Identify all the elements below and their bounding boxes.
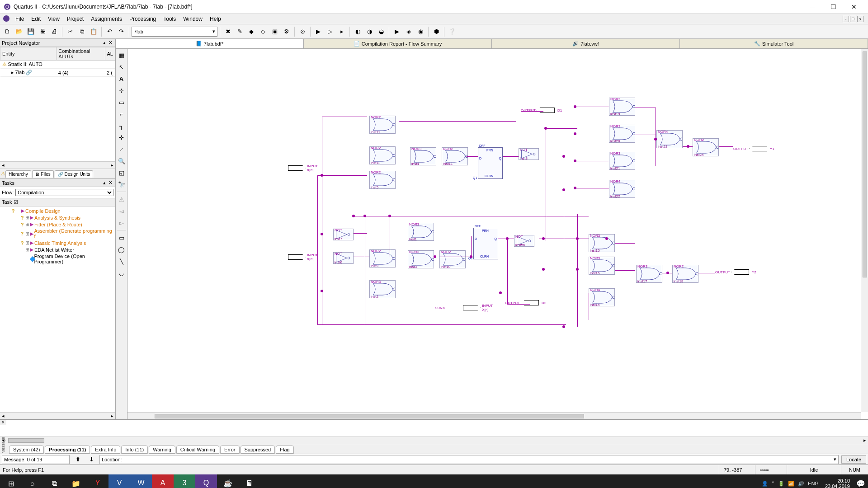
scroll-right-icon[interactable]: ▸ [109,162,115,168]
menu-edit[interactable]: Edit [28,15,44,23]
wire-node[interactable] [654,138,657,141]
lang-indicator[interactable]: ENG [808,481,819,486]
wire[interactable] [507,304,530,305]
tool-select-icon[interactable]: ▦ [117,51,126,60]
tool-binoculars-icon[interactable]: 🔭 [117,180,126,189]
wire-node[interactable] [321,174,323,177]
wire[interactable] [365,291,365,324]
output-pin[interactable]: OUTPUTD1 [521,108,562,113]
tab-hierarchy[interactable]: Hierarchy [5,170,31,178]
wire[interactable] [656,108,656,166]
wire[interactable] [521,111,521,156]
gate-nor4[interactable]: NOR4inst23 [656,130,683,148]
wire[interactable] [365,216,365,293]
menu-window[interactable]: Window [179,15,206,23]
menu-view[interactable]: View [44,15,63,23]
timing3-icon[interactable]: ◒ [376,26,387,37]
wire[interactable] [467,156,478,157]
pane-up-icon[interactable]: ▴ [102,180,107,186]
wire[interactable] [317,175,367,176]
quartus-task-icon[interactable]: Q [195,474,217,488]
wire[interactable] [390,216,390,257]
message-tab[interactable]: Flag [276,446,293,454]
wire-node[interactable] [542,268,545,271]
close-button[interactable]: ✕ [844,0,864,14]
input-pin[interactable]: SUNXINPUTX[n] [435,304,493,312]
timing2-icon[interactable]: ◑ [364,26,375,37]
tab-design-units[interactable]: 🔗 Design Units [55,170,93,178]
start-button[interactable]: ⊞ [0,474,22,488]
message-tab[interactable]: Suppressed [241,446,275,454]
tool-bus-icon[interactable]: ┐ [117,121,126,130]
acrobat-icon[interactable]: A [152,474,174,488]
wire-node[interactable] [321,233,323,235]
editor-tab[interactable]: 📘7lab.bdf* [116,39,304,48]
entity-row[interactable]: ▸ 7lab 🔗 4 (4) 2 ( [0,69,115,77]
wire-node[interactable] [506,237,509,240]
msg-next-icon[interactable]: ⬇ [86,454,97,465]
wire[interactable] [698,273,715,273]
wire-node[interactable] [388,215,391,217]
wire-node[interactable] [574,105,576,108]
settings-icon[interactable]: ⚙ [281,26,292,37]
editor-tab[interactable]: 📄Compilation Report - Flow Summary [304,39,492,48]
3dsmax-icon[interactable]: 3 [174,474,195,488]
gate-nor2[interactable]: NOR2inst12 [369,116,396,134]
wire[interactable] [399,121,399,148]
wire[interactable] [575,161,609,161]
message-tab[interactable]: Warning [149,446,175,454]
mdi-close[interactable]: x [857,16,863,22]
task-item[interactable]: ?⊞▶Classic Timing Analysis [1,239,114,246]
input-pin[interactable]: INPUTX[n] [288,164,318,172]
message-tab[interactable]: Processing (11) [45,446,90,454]
schematic-canvas[interactable]: NOR2inst12NOR2inst13NOR2inst5NOR3inst4NO… [127,49,861,412]
minimize-button[interactable]: ─ [802,0,823,14]
gate-nor3[interactable]: NOR3inst1 [408,223,434,241]
gate-nor3[interactable]: NOR3inst4 [410,147,436,165]
wire-node[interactable] [352,215,355,217]
prog-icon[interactable]: ⬢ [431,26,442,37]
tool-line-icon[interactable]: ⟋ [117,145,126,154]
wire[interactable] [635,162,656,162]
yandex-icon[interactable]: Y [87,474,108,488]
messages-list[interactable] [0,425,868,436]
project-entity-grid[interactable]: Entity Combinational ALUTs AL ⚠ Stratix … [0,47,115,161]
tray-up-icon[interactable]: ˄ [772,481,774,487]
tool-shape-line-icon[interactable]: ╲ [117,257,126,266]
wire-node[interactable] [542,237,545,240]
stop-icon[interactable]: ⊘ [297,26,308,37]
gate-not[interactable]: NOTinst5b [514,235,534,247]
wire[interactable] [317,324,566,325]
check-icon[interactable]: ◇ [258,26,269,37]
message-tab[interactable]: System (42) [9,446,44,454]
pane-close-icon[interactable]: ✕ [108,40,113,46]
wire[interactable] [615,243,635,244]
message-tab[interactable]: Critical Warning [176,446,219,454]
wire-node[interactable] [434,255,436,258]
locate-button[interactable]: Locate [841,455,866,464]
gate-nor3[interactable]: NOR3inst19 [609,98,635,116]
gate-nor3[interactable]: NOR3inst20 [609,125,635,143]
wire[interactable] [564,99,564,327]
msg-prev-icon[interactable]: ⬆ [72,454,83,465]
task-item[interactable]: ?⊞▶Analysis & Synthesis [1,214,114,221]
tool-shape-rect-icon[interactable]: ▭ [117,233,126,242]
input-pin[interactable]: INPUTX[n] [288,253,318,261]
gate-not[interactable]: NOTinst7 [333,229,354,240]
cut-icon[interactable]: ✂ [65,26,75,37]
task-scroll-left[interactable]: ◂ [0,413,6,419]
saveall-icon[interactable]: 🖶 [37,26,48,37]
pane-up-icon[interactable]: ▴ [102,40,107,46]
msg-scroll-right[interactable]: ▸ [862,437,868,443]
volume-icon[interactable]: 🔊 [798,481,804,487]
entity-row[interactable]: ⚠ Stratix II: AUTO [0,61,115,69]
visio-icon[interactable]: V [108,474,130,488]
col-al[interactable]: AL [105,47,115,61]
print-icon[interactable]: 🖨 [49,26,60,37]
calc-icon[interactable]: 🖩 [239,474,260,488]
wire-node[interactable] [499,291,502,294]
task-tree[interactable]: ?▶Compile Design?⊞▶Analysis & Synthesis?… [0,206,115,412]
message-tab[interactable]: Error [220,446,239,454]
wire[interactable] [354,233,367,234]
wire[interactable] [507,239,508,304]
